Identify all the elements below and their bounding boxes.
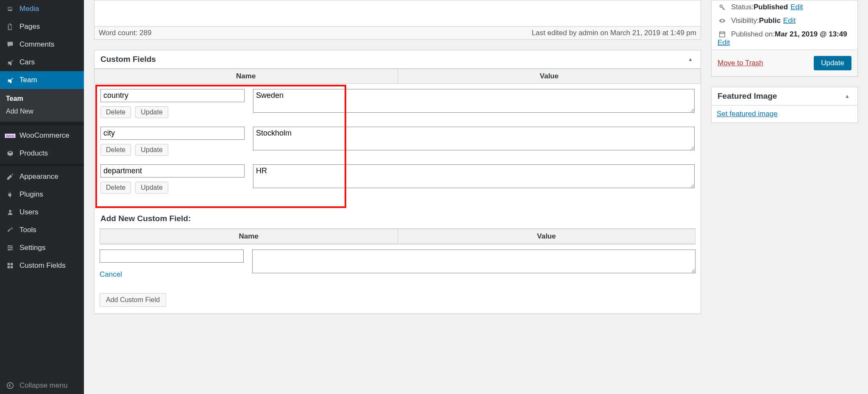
plugins-icon (5, 191, 15, 198)
update-button[interactable]: Update (135, 182, 168, 194)
nav-cars[interactable]: Cars (0, 53, 84, 71)
panel-header: Custom Fields ▲ (95, 50, 701, 69)
featured-image-panel: Featured Image ▲ Set featured image (711, 87, 858, 123)
pages-icon (5, 23, 15, 31)
nav-label: Team (19, 76, 37, 84)
nav-label: WooCommerce (19, 131, 70, 140)
col-name-header: Name (95, 69, 398, 84)
svg-point-1 (9, 210, 11, 212)
edit-published-link[interactable]: Edit (718, 39, 851, 47)
custom-fields-list: Delete Update Sweden Delete (95, 84, 701, 210)
eye-icon (718, 17, 727, 25)
collapse-menu[interactable]: Collapse menu (0, 377, 84, 394)
appearance-icon (5, 173, 15, 180)
nav-label: Plugins (19, 190, 43, 199)
update-button[interactable]: Update (135, 106, 168, 118)
add-new-cf-header: Add New Custom Field: (95, 210, 701, 228)
nav-appearance[interactable]: Appearance (0, 168, 84, 186)
nav-products[interactable]: Products (0, 144, 84, 162)
cf-value-input[interactable]: Sweden (253, 89, 695, 113)
status-row: Status: Published Edit (712, 0, 857, 14)
cancel-link[interactable]: Cancel (100, 267, 244, 285)
set-featured-image-link[interactable]: Set featured image (717, 110, 778, 118)
svg-rect-9 (11, 263, 13, 265)
svg-point-0 (9, 8, 10, 8)
publish-footer: Move to Trash Update (712, 50, 857, 76)
visibility-label: Visibility: (731, 17, 759, 25)
svg-point-12 (7, 383, 13, 388)
add-new-cf-block: Name Value Cancel Add Custom Field (95, 228, 701, 314)
nav-label: Comments (19, 40, 54, 49)
svg-rect-10 (8, 266, 10, 268)
last-edited: Last edited by admin on March 21, 2019 a… (532, 29, 696, 37)
nav-label: Settings (19, 244, 45, 252)
nav-label: Tools (19, 226, 36, 234)
nav-users[interactable]: Users (0, 203, 84, 221)
editor-area[interactable] (94, 0, 701, 26)
edit-status-link[interactable]: Edit (790, 3, 803, 11)
nav-label: Users (19, 208, 38, 216)
key-icon (718, 3, 727, 11)
nav-custom-fields[interactable]: Custom Fields (0, 257, 84, 275)
cf-name-input[interactable] (100, 164, 245, 178)
nav-plugins[interactable]: Plugins (0, 186, 84, 203)
main-content: Word count: 289 Last edited by admin on … (84, 0, 868, 394)
nav-label: Cars (19, 58, 35, 67)
custom-fields-panel: Custom Fields ▲ Name Value Delete Update (94, 50, 701, 314)
nav-label: Media (19, 5, 39, 13)
cf-value-input[interactable]: HR (253, 164, 695, 188)
update-post-button[interactable]: Update (814, 56, 851, 70)
update-button[interactable]: Update (135, 144, 168, 156)
nav-media[interactable]: Media (0, 0, 84, 18)
cf-name-input[interactable] (100, 127, 245, 140)
status-label: Status: (731, 3, 754, 11)
pin-icon (5, 58, 15, 66)
nav-woocommerce[interactable]: woo WooCommerce (0, 127, 84, 144)
settings-icon (5, 244, 15, 252)
new-cf-name-input[interactable] (100, 250, 244, 263)
add-custom-field-button[interactable]: Add Custom Field (100, 293, 166, 307)
published-label: Published on: (731, 30, 775, 39)
nav-tools[interactable]: Tools (0, 221, 84, 239)
admin-sidebar: Media Pages Comments Cars Team Team Add … (0, 0, 84, 394)
users-icon (5, 208, 15, 216)
nav-comments[interactable]: Comments (0, 36, 84, 53)
cf-row: Delete Update Sweden (100, 89, 695, 118)
add-col-value-header: Value (398, 229, 696, 244)
subnav-team[interactable]: Team (0, 92, 84, 105)
cf-header-row: Name Value (95, 69, 701, 84)
col-value-header: Value (398, 69, 701, 84)
nav-pages[interactable]: Pages (0, 18, 84, 36)
nav-team[interactable]: Team (0, 71, 84, 89)
toggle-panel-icon[interactable]: ▲ (843, 92, 851, 101)
cf-value-input[interactable]: Stockholm (253, 127, 695, 150)
visibility-row: Visibility: Public Edit (712, 14, 857, 28)
cf-name-input[interactable] (100, 89, 245, 102)
move-to-trash-link[interactable]: Move to Trash (718, 59, 763, 67)
panel-title: Custom Fields (100, 55, 156, 64)
left-column: Word count: 289 Last edited by admin on … (94, 0, 701, 384)
nav-label: Products (19, 149, 48, 158)
cf-row: Delete Update HR (100, 164, 695, 194)
toggle-panel-icon[interactable]: ▲ (686, 55, 695, 64)
right-column: Status: Published Edit Visibility: Publi… (711, 0, 858, 384)
collapse-label: Collapse menu (19, 381, 67, 390)
svg-point-5 (8, 245, 10, 247)
nav-label: Appearance (19, 172, 58, 181)
word-count: Word count: 289 (99, 29, 151, 37)
custom-fields-icon (5, 262, 15, 269)
edit-visibility-link[interactable]: Edit (783, 17, 796, 25)
nav-team-submenu: Team Add New (0, 89, 84, 121)
delete-button[interactable]: Delete (100, 182, 131, 194)
subnav-add-new[interactable]: Add New (0, 105, 84, 118)
delete-button[interactable]: Delete (100, 144, 131, 156)
nav-separator (0, 123, 84, 125)
svg-point-7 (8, 249, 10, 251)
new-cf-value-input[interactable] (252, 250, 696, 273)
delete-button[interactable]: Delete (100, 106, 131, 118)
products-icon (5, 150, 15, 157)
nav-settings[interactable]: Settings (0, 239, 84, 257)
calendar-icon (718, 31, 727, 38)
editor-status-bar: Word count: 289 Last edited by admin on … (94, 26, 701, 40)
woocommerce-icon: woo (5, 133, 15, 138)
